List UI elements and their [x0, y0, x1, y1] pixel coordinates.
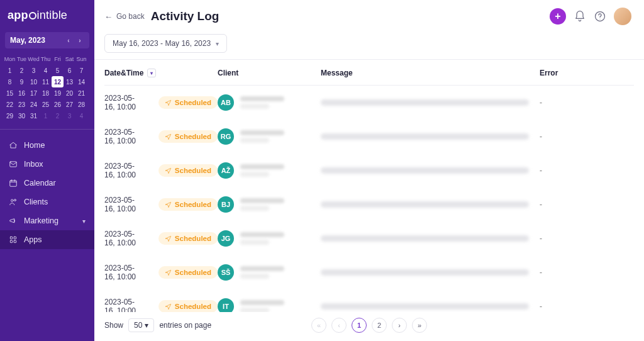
- table-row[interactable]: 2023-05-16, 10:00ScheduledAŽ-: [104, 154, 634, 187]
- client-avatar: AB: [218, 94, 234, 111]
- calendar-day[interactable]: 23: [16, 99, 28, 110]
- notifications-button[interactable]: [574, 10, 586, 23]
- activity-table: Date&Time ▾ Client Message Error 2023-05…: [94, 60, 644, 312]
- topbar: ← Go back Activity Log +: [94, 0, 644, 30]
- go-back-label: Go back: [116, 12, 145, 21]
- nav-item-marketing[interactable]: Marketing▾: [0, 211, 94, 230]
- column-header-client[interactable]: Client: [218, 69, 321, 77]
- month-selector[interactable]: May, 2023 ‹ ›: [5, 32, 89, 48]
- calendar-day[interactable]: 24: [28, 99, 40, 110]
- table-row[interactable]: 2023-05-16, 10:00ScheduledJG-: [104, 221, 634, 255]
- client-avatar: BJ: [218, 196, 234, 213]
- calendar-day[interactable]: 8: [4, 76, 16, 87]
- table-row[interactable]: 2023-05-16, 10:00ScheduledSŠ-: [104, 255, 634, 289]
- month-prev-button[interactable]: ‹: [64, 36, 73, 45]
- calendar-day[interactable]: 19: [52, 87, 64, 99]
- calendar-day[interactable]: 1: [4, 65, 16, 76]
- page-size-select[interactable]: 50 ▾: [128, 318, 154, 332]
- calendar-day[interactable]: 13: [64, 76, 75, 87]
- calendar-icon: [9, 179, 18, 187]
- calendar-day[interactable]: 26: [52, 99, 64, 110]
- calendar-row: 891011121314: [4, 76, 91, 87]
- table-row[interactable]: 2023-05-16, 10:00ScheduledIT-: [104, 289, 634, 312]
- calendar-day[interactable]: 18: [40, 87, 52, 99]
- client-info: [240, 164, 284, 177]
- table-row[interactable]: 2023-05-16, 10:00ScheduledBJ-: [104, 187, 634, 221]
- calendar-day[interactable]: 20: [64, 87, 75, 99]
- calendar-day[interactable]: 1: [40, 110, 52, 121]
- send-icon: [165, 167, 172, 174]
- calendar-day[interactable]: 9: [16, 76, 28, 87]
- user-avatar[interactable]: [614, 8, 631, 25]
- calendar-day[interactable]: 15: [4, 87, 16, 99]
- nav-item-clients[interactable]: Clients: [0, 193, 94, 211]
- page-first-button[interactable]: «: [311, 318, 326, 333]
- month-next-button[interactable]: ›: [75, 36, 84, 45]
- status-label: Scheduled: [175, 167, 211, 174]
- nav-label: Apps: [24, 235, 42, 244]
- page-number-1[interactable]: 1: [352, 318, 367, 333]
- nav-label: Calendar: [24, 179, 56, 187]
- cell-datetime: 2023-05-16, 10:00: [104, 94, 142, 111]
- page-next-button[interactable]: ›: [392, 318, 407, 333]
- calendar-day[interactable]: 2: [52, 110, 64, 121]
- calendar-day[interactable]: 31: [28, 110, 40, 121]
- page-last-button[interactable]: »: [412, 318, 427, 333]
- client-avatar: IT: [218, 298, 234, 312]
- calendar-day[interactable]: 28: [75, 99, 87, 110]
- calendar-day[interactable]: 4: [75, 110, 87, 121]
- calendar-day[interactable]: 30: [16, 110, 28, 121]
- status-label: Scheduled: [175, 303, 211, 310]
- calendar-day[interactable]: 5: [52, 65, 64, 76]
- calendar-day[interactable]: 4: [40, 65, 52, 76]
- client-info: [240, 130, 284, 143]
- column-header-message[interactable]: Message: [321, 69, 540, 77]
- client-info: [240, 96, 284, 109]
- calendar-day[interactable]: 25: [40, 99, 52, 110]
- calendar-day[interactable]: 11: [40, 76, 52, 87]
- table-row[interactable]: 2023-05-16, 10:00ScheduledAB-: [104, 86, 634, 120]
- nav-item-calendar[interactable]: Calendar: [0, 174, 94, 193]
- column-header-datetime[interactable]: Date&Time: [104, 69, 143, 77]
- nav-item-home[interactable]: Home: [0, 136, 94, 155]
- calendar-day[interactable]: 22: [4, 99, 16, 110]
- calendar-day[interactable]: 12: [52, 76, 64, 87]
- calendar-day[interactable]: 17: [28, 87, 40, 99]
- help-button[interactable]: [594, 10, 606, 23]
- brand-logo: appintible: [0, 0, 94, 28]
- page-number-2[interactable]: 2: [372, 318, 387, 333]
- client-info: [240, 300, 284, 312]
- cell-datetime: 2023-05-16, 10:00: [104, 162, 142, 179]
- calendar-day[interactable]: 16: [16, 87, 28, 99]
- calendar-day[interactable]: 10: [28, 76, 40, 87]
- calendar-day[interactable]: 21: [75, 87, 87, 99]
- create-button[interactable]: +: [550, 8, 566, 25]
- entries-label: entries on page: [159, 321, 211, 330]
- calendar-day[interactable]: 7: [75, 65, 87, 76]
- calendar-day[interactable]: 3: [28, 65, 40, 76]
- calendar-day[interactable]: 6: [64, 65, 75, 76]
- calendar-day-head: Mon: [4, 53, 16, 65]
- table-row[interactable]: 2023-05-16, 10:00ScheduledRG-: [104, 120, 634, 154]
- inbox-icon: [9, 160, 18, 169]
- go-back-button[interactable]: ← Go back: [104, 12, 145, 21]
- calendar-day[interactable]: 29: [4, 110, 16, 121]
- column-header-error[interactable]: Error: [540, 69, 634, 77]
- status-pill: Scheduled: [158, 198, 218, 211]
- svg-rect-6: [10, 240, 13, 243]
- message-preview: [321, 303, 529, 310]
- status-pill: Scheduled: [158, 130, 218, 143]
- nav-item-inbox[interactable]: Inbox: [0, 155, 94, 174]
- calendar-day[interactable]: 27: [64, 99, 75, 110]
- sort-icon[interactable]: ▾: [147, 69, 156, 77]
- nav-item-apps[interactable]: Apps: [0, 230, 94, 249]
- calendar-day[interactable]: 2: [16, 65, 28, 76]
- send-icon: [165, 133, 172, 140]
- calendar-day[interactable]: 14: [75, 76, 87, 87]
- calendar-day[interactable]: 3: [64, 110, 75, 121]
- send-icon: [165, 235, 172, 242]
- page-prev-button[interactable]: ‹: [331, 318, 347, 333]
- apps-icon: [9, 235, 18, 244]
- date-range-picker[interactable]: May 16, 2023 - May 16, 2023 ▾: [104, 34, 227, 53]
- status-pill: Scheduled: [158, 300, 218, 312]
